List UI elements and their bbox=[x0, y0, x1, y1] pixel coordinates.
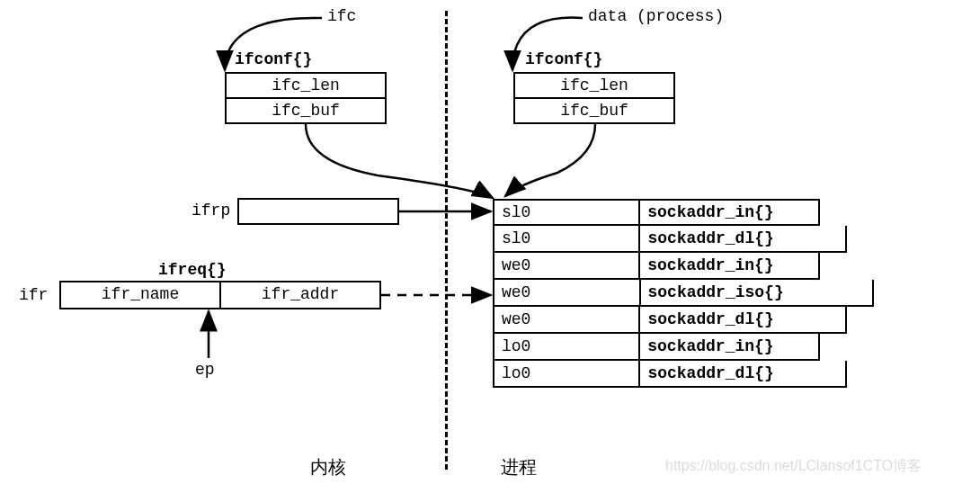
ifconf-right-field-buf: ifc_buf bbox=[513, 97, 675, 124]
sockaddr-type: sockaddr_in{} bbox=[640, 253, 818, 278]
ifconf-left-title: ifconf{} bbox=[235, 50, 312, 68]
table-row: we0sockaddr_in{} bbox=[493, 253, 820, 280]
divider-line bbox=[445, 11, 448, 470]
ifconf-right-field-len: ifc_len bbox=[513, 72, 675, 99]
ifrp-label: ifrp bbox=[192, 202, 230, 220]
table-row: we0sockaddr_iso{} bbox=[493, 280, 874, 307]
kernel-label: 内核 bbox=[310, 455, 346, 480]
ifc-label: ifc bbox=[327, 7, 356, 25]
ep-label: ep bbox=[195, 361, 215, 379]
iface-name: we0 bbox=[494, 307, 640, 332]
process-label: 进程 bbox=[501, 455, 537, 480]
table-row: lo0sockaddr_dl{} bbox=[493, 361, 847, 388]
table-row: sl0sockaddr_in{} bbox=[493, 199, 820, 226]
ifrp-box bbox=[237, 198, 399, 225]
sockaddr-table: sl0sockaddr_in{}sl0sockaddr_dl{}we0socka… bbox=[493, 199, 874, 388]
sockaddr-type: sockaddr_iso{} bbox=[641, 280, 873, 305]
iface-name: sl0 bbox=[494, 226, 640, 251]
table-row: lo0sockaddr_in{} bbox=[493, 334, 820, 361]
iface-name: lo0 bbox=[494, 361, 640, 386]
ifconf-left-field-len: ifc_len bbox=[225, 72, 387, 99]
iface-name: we0 bbox=[494, 280, 641, 305]
ifreq-addr: ifr_addr bbox=[219, 281, 381, 309]
iface-name: lo0 bbox=[494, 334, 640, 359]
data-process-label: data (process) bbox=[588, 7, 724, 25]
ifconf-left-field-buf: ifc_buf bbox=[225, 97, 387, 124]
iface-name: sl0 bbox=[494, 201, 640, 224]
sockaddr-type: sockaddr_dl{} bbox=[640, 307, 845, 332]
sockaddr-type: sockaddr_dl{} bbox=[640, 361, 845, 386]
iface-name: we0 bbox=[494, 253, 640, 278]
table-row: sl0sockaddr_dl{} bbox=[493, 226, 847, 253]
ifreq-name: ifr_name bbox=[59, 281, 221, 309]
watermark: https://blog.csdn.net/LClansof1CTO博客 bbox=[665, 457, 922, 476]
ifreq-title: ifreq{} bbox=[158, 261, 227, 279]
sockaddr-type: sockaddr_in{} bbox=[640, 334, 818, 359]
sockaddr-type: sockaddr_in{} bbox=[640, 201, 818, 224]
ifr-label: ifr bbox=[19, 286, 48, 304]
table-row: we0sockaddr_dl{} bbox=[493, 307, 847, 334]
sockaddr-type: sockaddr_dl{} bbox=[640, 226, 845, 251]
ifconf-right-title: ifconf{} bbox=[525, 50, 602, 68]
